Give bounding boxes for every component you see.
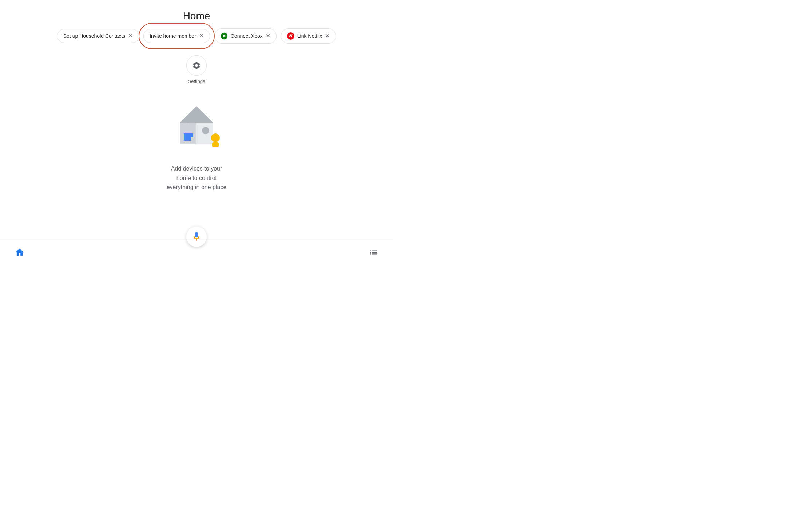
chips-row: Set up Household Contacts ✕ Invite home … bbox=[0, 28, 393, 44]
page-title: Home bbox=[0, 0, 393, 28]
chip-invite-close[interactable]: ✕ bbox=[199, 33, 204, 39]
chip-xbox-close[interactable]: ✕ bbox=[266, 33, 270, 39]
bottom-bar bbox=[0, 240, 393, 266]
svg-point-8 bbox=[211, 133, 220, 142]
svg-rect-6 bbox=[184, 137, 191, 141]
xbox-icon bbox=[221, 32, 228, 40]
house-svg bbox=[160, 97, 233, 155]
settings-label: Settings bbox=[188, 79, 205, 84]
list-nav-icon bbox=[369, 248, 378, 257]
svg-point-4 bbox=[202, 127, 209, 134]
list-nav-button[interactable] bbox=[369, 248, 378, 259]
home-nav-icon bbox=[15, 247, 25, 257]
svg-rect-7 bbox=[182, 119, 190, 123]
svg-rect-9 bbox=[212, 142, 219, 147]
home-nav-button[interactable] bbox=[15, 247, 25, 259]
gear-icon bbox=[192, 61, 201, 70]
settings-button[interactable] bbox=[186, 55, 207, 76]
chip-xbox-label: Connect Xbox bbox=[231, 33, 263, 39]
netflix-icon: N bbox=[287, 32, 294, 40]
chip-household-close[interactable]: ✕ bbox=[128, 33, 133, 39]
chip-invite[interactable]: Invite home member ✕ bbox=[143, 29, 210, 43]
chip-netflix-close[interactable]: ✕ bbox=[325, 33, 330, 39]
home-illustration bbox=[0, 97, 393, 155]
settings-section: Settings bbox=[0, 55, 393, 84]
empty-state-text: Add devices to yourhome to controleveryt… bbox=[0, 164, 393, 192]
chip-netflix[interactable]: N Link Netflix ✕ bbox=[281, 28, 336, 44]
chip-xbox[interactable]: Connect Xbox ✕ bbox=[214, 28, 277, 44]
svg-rect-5 bbox=[184, 133, 193, 137]
chip-netflix-label: Link Netflix bbox=[297, 33, 322, 39]
chip-household[interactable]: Set up Household Contacts ✕ bbox=[57, 29, 139, 43]
chip-invite-label: Invite home member bbox=[150, 33, 196, 39]
chip-household-label: Set up Household Contacts bbox=[63, 33, 125, 39]
